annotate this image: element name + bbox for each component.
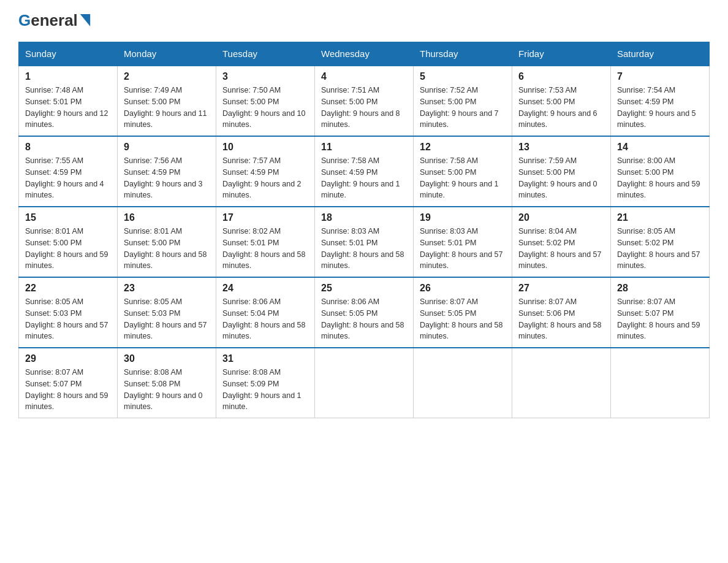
sunrise-label: Sunrise: 7:51 AM [321,86,379,94]
day-info: Sunrise: 8:06 AM Sunset: 5:04 PM Dayligh… [222,296,308,342]
day-info: Sunrise: 8:01 AM Sunset: 5:00 PM Dayligh… [124,226,210,272]
day-info: Sunrise: 8:06 AM Sunset: 5:05 PM Dayligh… [321,296,407,342]
daylight-label: Daylight: 9 hours and 10 minutes. [222,109,306,129]
sunrise-label: Sunrise: 7:57 AM [222,156,281,165]
daylight-label: Daylight: 8 hours and 58 minutes. [321,321,404,341]
calendar-cell: 13 Sunrise: 7:59 AM Sunset: 5:00 PM Dayl… [512,136,611,207]
day-number: 22 [25,283,111,294]
calendar-cell: 26 Sunrise: 8:07 AM Sunset: 5:05 PM Dayl… [414,277,512,348]
day-info: Sunrise: 8:04 AM Sunset: 5:02 PM Dayligh… [518,226,604,272]
daylight-label: Daylight: 9 hours and 0 minutes. [518,180,597,200]
calendar-cell: 23 Sunrise: 8:05 AM Sunset: 5:03 PM Dayl… [118,277,216,348]
calendar-cell: 4 Sunrise: 7:51 AM Sunset: 5:00 PM Dayli… [315,66,414,136]
day-number: 30 [124,353,210,364]
sunrise-label: Sunrise: 7:55 AM [25,156,83,165]
daylight-label: Daylight: 9 hours and 5 minutes. [617,109,696,129]
daylight-label: Daylight: 8 hours and 57 minutes. [518,250,602,270]
sunrise-label: Sunrise: 8:06 AM [222,297,281,306]
column-header-sunday: Sunday [19,42,118,66]
daylight-label: Daylight: 9 hours and 12 minutes. [25,109,108,129]
daylight-label: Daylight: 8 hours and 58 minutes. [222,250,306,270]
calendar-cell: 12 Sunrise: 7:58 AM Sunset: 5:00 PM Dayl… [414,136,512,207]
day-number: 8 [25,142,111,153]
daylight-label: Daylight: 9 hours and 0 minutes. [124,391,203,412]
day-info: Sunrise: 7:53 AM Sunset: 5:00 PM Dayligh… [518,85,604,131]
daylight-label: Daylight: 8 hours and 59 minutes. [617,180,700,200]
daylight-label: Daylight: 8 hours and 58 minutes. [420,321,503,341]
calendar-cell: 29 Sunrise: 8:07 AM Sunset: 5:07 PM Dayl… [19,348,118,418]
day-info: Sunrise: 8:01 AM Sunset: 5:00 PM Dayligh… [25,226,111,272]
day-info: Sunrise: 7:55 AM Sunset: 4:59 PM Dayligh… [25,155,111,201]
daylight-label: Daylight: 9 hours and 1 minute. [222,391,301,412]
calendar-week-5: 29 Sunrise: 8:07 AM Sunset: 5:07 PM Dayl… [19,348,710,418]
calendar-cell: 9 Sunrise: 7:56 AM Sunset: 4:59 PM Dayli… [118,136,216,207]
column-header-wednesday: Wednesday [315,42,414,66]
daylight-label: Daylight: 8 hours and 59 minutes. [617,321,700,341]
day-info: Sunrise: 7:58 AM Sunset: 5:00 PM Dayligh… [420,155,506,201]
day-info: Sunrise: 7:59 AM Sunset: 5:00 PM Dayligh… [518,155,604,201]
calendar-table: SundayMondayTuesdayWednesdayThursdayFrid… [18,42,710,418]
sunrise-label: Sunrise: 8:05 AM [617,227,675,236]
daylight-label: Daylight: 9 hours and 8 minutes. [321,109,400,129]
day-number: 1 [25,71,111,82]
svg-marker-0 [80,14,90,26]
calendar-cell: 25 Sunrise: 8:06 AM Sunset: 5:05 PM Dayl… [315,277,414,348]
sunrise-label: Sunrise: 8:05 AM [25,297,83,306]
sunset-label: Sunset: 5:00 PM [518,98,575,106]
daylight-label: Daylight: 8 hours and 58 minutes. [321,250,404,270]
day-number: 10 [222,142,308,153]
day-number: 15 [25,212,111,223]
calendar-cell: 28 Sunrise: 8:07 AM Sunset: 5:07 PM Dayl… [611,277,710,348]
sunset-label: Sunset: 5:01 PM [420,239,476,247]
sunset-label: Sunset: 5:00 PM [25,239,82,247]
sunset-label: Sunset: 5:04 PM [222,309,279,318]
sunset-label: Sunset: 5:07 PM [617,309,673,318]
column-header-tuesday: Tuesday [216,42,315,66]
day-number: 7 [617,71,703,82]
calendar-week-3: 15 Sunrise: 8:01 AM Sunset: 5:00 PM Dayl… [19,207,710,277]
sunrise-label: Sunrise: 8:07 AM [518,297,577,306]
sunrise-label: Sunrise: 8:05 AM [124,297,182,306]
day-info: Sunrise: 7:50 AM Sunset: 5:00 PM Dayligh… [222,85,308,131]
calendar-cell: 27 Sunrise: 8:07 AM Sunset: 5:06 PM Dayl… [512,277,611,348]
column-header-saturday: Saturday [611,42,710,66]
sunset-label: Sunset: 5:00 PM [321,98,377,106]
sunrise-label: Sunrise: 7:52 AM [420,86,478,94]
sunrise-label: Sunrise: 7:58 AM [321,156,379,165]
calendar-cell: 8 Sunrise: 7:55 AM Sunset: 4:59 PM Dayli… [19,136,118,207]
calendar-week-4: 22 Sunrise: 8:05 AM Sunset: 5:03 PM Dayl… [19,277,710,348]
sunrise-label: Sunrise: 8:08 AM [222,368,281,377]
sunrise-label: Sunrise: 7:50 AM [222,86,281,94]
day-number: 20 [518,212,604,223]
day-info: Sunrise: 7:56 AM Sunset: 4:59 PM Dayligh… [124,155,210,201]
day-number: 19 [420,212,506,223]
daylight-label: Daylight: 9 hours and 7 minutes. [420,109,499,129]
day-info: Sunrise: 8:08 AM Sunset: 5:09 PM Dayligh… [222,367,308,413]
daylight-label: Daylight: 9 hours and 6 minutes. [518,109,597,129]
sunset-label: Sunset: 5:06 PM [518,309,575,318]
sunset-label: Sunset: 5:01 PM [25,98,82,106]
logo-general: General [18,12,91,28]
day-info: Sunrise: 8:00 AM Sunset: 5:00 PM Dayligh… [617,155,703,201]
sunset-label: Sunset: 5:09 PM [222,380,279,388]
sunrise-label: Sunrise: 7:56 AM [124,156,182,165]
day-info: Sunrise: 7:48 AM Sunset: 5:01 PM Dayligh… [25,85,111,131]
daylight-label: Daylight: 9 hours and 1 minute. [420,180,499,200]
day-info: Sunrise: 8:07 AM Sunset: 5:05 PM Dayligh… [420,296,506,342]
sunrise-label: Sunrise: 8:08 AM [124,368,182,377]
column-header-friday: Friday [512,42,611,66]
daylight-label: Daylight: 8 hours and 57 minutes. [124,321,207,341]
calendar-cell [414,348,512,418]
day-number: 13 [518,142,604,153]
sunset-label: Sunset: 5:00 PM [420,168,476,177]
sunrise-label: Sunrise: 7:54 AM [617,86,675,94]
calendar-cell: 6 Sunrise: 7:53 AM Sunset: 5:00 PM Dayli… [512,66,611,136]
sunrise-label: Sunrise: 8:03 AM [420,227,478,236]
sunset-label: Sunset: 5:01 PM [222,239,279,247]
day-info: Sunrise: 8:05 AM Sunset: 5:03 PM Dayligh… [25,296,111,342]
day-number: 6 [518,71,604,82]
daylight-label: Daylight: 8 hours and 59 minutes. [25,391,108,412]
sunset-label: Sunset: 5:00 PM [617,168,673,177]
sunset-label: Sunset: 5:01 PM [321,239,377,247]
day-number: 23 [124,283,210,294]
